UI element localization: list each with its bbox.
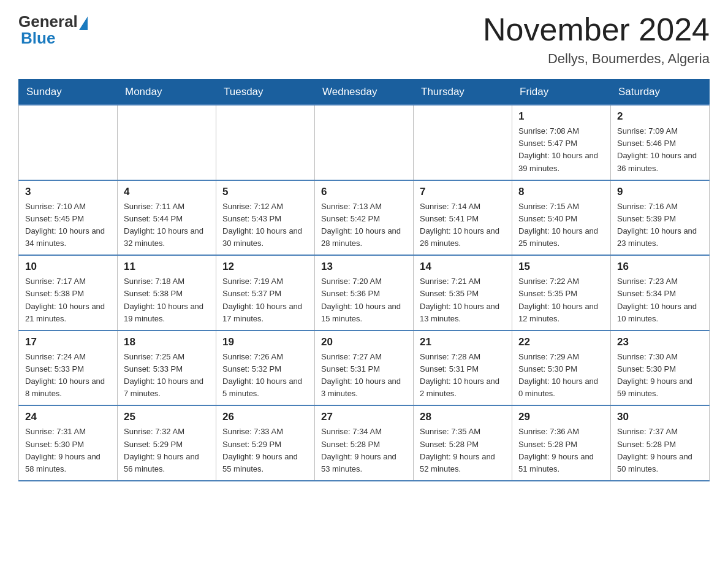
day-number: 22 [518, 336, 604, 348]
day-info: Sunrise: 7:26 AM Sunset: 5:32 PM Dayligh… [222, 351, 308, 400]
day-info: Sunrise: 7:31 AM Sunset: 5:30 PM Dayligh… [25, 426, 111, 475]
calendar-cell: 3Sunrise: 7:10 AM Sunset: 5:45 PM Daylig… [19, 180, 118, 256]
day-info: Sunrise: 7:18 AM Sunset: 5:38 PM Dayligh… [124, 275, 210, 325]
calendar-week-row: 10Sunrise: 7:17 AM Sunset: 5:38 PM Dayli… [19, 255, 710, 331]
calendar-cell: 30Sunrise: 7:37 AM Sunset: 5:28 PM Dayli… [611, 405, 710, 481]
day-info: Sunrise: 7:13 AM Sunset: 5:42 PM Dayligh… [321, 201, 407, 250]
day-number: 15 [518, 261, 604, 273]
day-number: 27 [321, 411, 407, 423]
calendar-cell: 14Sunrise: 7:21 AM Sunset: 5:35 PM Dayli… [414, 255, 512, 331]
calendar-cell [118, 105, 216, 180]
day-number: 30 [617, 411, 703, 423]
calendar-cell: 10Sunrise: 7:17 AM Sunset: 5:38 PM Dayli… [19, 255, 118, 331]
day-number: 20 [321, 336, 407, 348]
calendar-cell: 6Sunrise: 7:13 AM Sunset: 5:42 PM Daylig… [315, 180, 414, 256]
calendar-cell: 5Sunrise: 7:12 AM Sunset: 5:43 PM Daylig… [216, 180, 315, 256]
day-number: 24 [25, 411, 111, 423]
calendar-day-header: Saturday [611, 80, 710, 105]
calendar-cell: 13Sunrise: 7:20 AM Sunset: 5:36 PM Dayli… [315, 255, 414, 331]
title-section: November 2024 Dellys, Boumerdes, Algeria [483, 12, 710, 67]
day-info: Sunrise: 7:22 AM Sunset: 5:35 PM Dayligh… [518, 275, 604, 325]
day-info: Sunrise: 7:12 AM Sunset: 5:43 PM Dayligh… [222, 201, 308, 250]
calendar-cell: 2Sunrise: 7:09 AM Sunset: 5:46 PM Daylig… [611, 105, 710, 180]
calendar-cell [19, 105, 118, 180]
day-number: 4 [124, 186, 210, 198]
day-info: Sunrise: 7:25 AM Sunset: 5:33 PM Dayligh… [124, 351, 210, 400]
calendar-cell: 29Sunrise: 7:36 AM Sunset: 5:28 PM Dayli… [512, 405, 611, 481]
day-info: Sunrise: 7:37 AM Sunset: 5:28 PM Dayligh… [617, 426, 703, 475]
day-number: 18 [124, 336, 210, 348]
calendar-cell: 20Sunrise: 7:27 AM Sunset: 5:31 PM Dayli… [315, 331, 414, 406]
day-info: Sunrise: 7:24 AM Sunset: 5:33 PM Dayligh… [25, 351, 111, 400]
day-info: Sunrise: 7:36 AM Sunset: 5:28 PM Dayligh… [518, 426, 604, 475]
calendar-table: SundayMondayTuesdayWednesdayThursdayFrid… [18, 79, 710, 481]
day-number: 23 [617, 336, 703, 348]
logo-triangle-icon [79, 17, 88, 30]
calendar-cell: 24Sunrise: 7:31 AM Sunset: 5:30 PM Dayli… [19, 405, 118, 481]
calendar-cell: 28Sunrise: 7:35 AM Sunset: 5:28 PM Dayli… [414, 405, 512, 481]
page-header: General Blue November 2024 Dellys, Boume… [18, 12, 710, 67]
day-number: 14 [420, 261, 506, 273]
calendar-header-row: SundayMondayTuesdayWednesdayThursdayFrid… [19, 80, 710, 105]
day-info: Sunrise: 7:33 AM Sunset: 5:29 PM Dayligh… [222, 426, 308, 475]
logo: General Blue [18, 12, 88, 48]
calendar-week-row: 17Sunrise: 7:24 AM Sunset: 5:33 PM Dayli… [19, 331, 710, 406]
day-info: Sunrise: 7:21 AM Sunset: 5:35 PM Dayligh… [420, 275, 506, 325]
day-info: Sunrise: 7:23 AM Sunset: 5:34 PM Dayligh… [617, 275, 703, 325]
day-number: 6 [321, 186, 407, 198]
calendar-cell: 27Sunrise: 7:34 AM Sunset: 5:28 PM Dayli… [315, 405, 414, 481]
calendar-week-row: 3Sunrise: 7:10 AM Sunset: 5:45 PM Daylig… [19, 180, 710, 256]
day-info: Sunrise: 7:27 AM Sunset: 5:31 PM Dayligh… [321, 351, 407, 400]
calendar-cell: 8Sunrise: 7:15 AM Sunset: 5:40 PM Daylig… [512, 180, 611, 256]
calendar-cell: 22Sunrise: 7:29 AM Sunset: 5:30 PM Dayli… [512, 331, 611, 406]
day-info: Sunrise: 7:20 AM Sunset: 5:36 PM Dayligh… [321, 275, 407, 325]
day-number: 7 [420, 186, 506, 198]
calendar-week-row: 1Sunrise: 7:08 AM Sunset: 5:47 PM Daylig… [19, 105, 710, 180]
calendar-cell [315, 105, 414, 180]
day-number: 19 [222, 336, 308, 348]
day-info: Sunrise: 7:28 AM Sunset: 5:31 PM Dayligh… [420, 351, 506, 400]
day-info: Sunrise: 7:11 AM Sunset: 5:44 PM Dayligh… [124, 201, 210, 250]
day-info: Sunrise: 7:15 AM Sunset: 5:40 PM Dayligh… [518, 201, 604, 250]
day-info: Sunrise: 7:16 AM Sunset: 5:39 PM Dayligh… [617, 201, 703, 250]
calendar-cell: 15Sunrise: 7:22 AM Sunset: 5:35 PM Dayli… [512, 255, 611, 331]
month-title: November 2024 [483, 12, 710, 47]
day-number: 29 [518, 411, 604, 423]
day-number: 8 [518, 186, 604, 198]
calendar-cell: 26Sunrise: 7:33 AM Sunset: 5:29 PM Dayli… [216, 405, 315, 481]
calendar-cell [216, 105, 315, 180]
day-number: 2 [617, 110, 703, 123]
location-subtitle: Dellys, Boumerdes, Algeria [483, 51, 710, 67]
logo-blue-text: Blue [21, 29, 55, 48]
day-number: 1 [518, 110, 604, 123]
day-info: Sunrise: 7:32 AM Sunset: 5:29 PM Dayligh… [124, 426, 210, 475]
calendar-day-header: Friday [512, 80, 611, 105]
calendar-day-header: Sunday [19, 80, 118, 105]
calendar-cell: 17Sunrise: 7:24 AM Sunset: 5:33 PM Dayli… [19, 331, 118, 406]
day-number: 3 [25, 186, 111, 198]
calendar-cell: 18Sunrise: 7:25 AM Sunset: 5:33 PM Dayli… [118, 331, 216, 406]
calendar-cell: 23Sunrise: 7:30 AM Sunset: 5:30 PM Dayli… [611, 331, 710, 406]
day-number: 11 [124, 261, 210, 273]
day-info: Sunrise: 7:35 AM Sunset: 5:28 PM Dayligh… [420, 426, 506, 475]
calendar-cell: 1Sunrise: 7:08 AM Sunset: 5:47 PM Daylig… [512, 105, 611, 180]
calendar-week-row: 24Sunrise: 7:31 AM Sunset: 5:30 PM Dayli… [19, 405, 710, 481]
day-number: 9 [617, 186, 703, 198]
day-info: Sunrise: 7:08 AM Sunset: 5:47 PM Dayligh… [518, 125, 604, 175]
calendar-day-header: Monday [118, 80, 216, 105]
calendar-cell: 9Sunrise: 7:16 AM Sunset: 5:39 PM Daylig… [611, 180, 710, 256]
calendar-cell: 19Sunrise: 7:26 AM Sunset: 5:32 PM Dayli… [216, 331, 315, 406]
day-number: 28 [420, 411, 506, 423]
calendar-cell: 7Sunrise: 7:14 AM Sunset: 5:41 PM Daylig… [414, 180, 512, 256]
calendar-cell: 16Sunrise: 7:23 AM Sunset: 5:34 PM Dayli… [611, 255, 710, 331]
calendar-cell: 21Sunrise: 7:28 AM Sunset: 5:31 PM Dayli… [414, 331, 512, 406]
day-number: 17 [25, 336, 111, 348]
calendar-day-header: Thursday [414, 80, 512, 105]
day-number: 26 [222, 411, 308, 423]
day-number: 10 [25, 261, 111, 273]
day-number: 5 [222, 186, 308, 198]
day-number: 12 [222, 261, 308, 273]
day-number: 13 [321, 261, 407, 273]
day-number: 25 [124, 411, 210, 423]
day-info: Sunrise: 7:19 AM Sunset: 5:37 PM Dayligh… [222, 275, 308, 325]
